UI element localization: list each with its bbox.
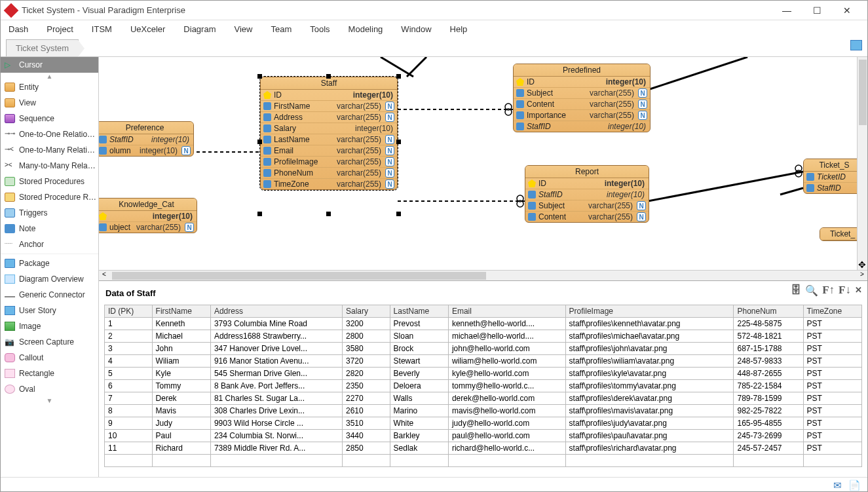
- entity-knowledge-cat[interactable]: Knowledge_Catinteger(10)ubjectvarchar(25…: [99, 198, 197, 233]
- tool-image[interactable]: Image: [1, 318, 98, 334]
- sort-desc-button[interactable]: F↓: [839, 284, 851, 297]
- tool-stored-procedures[interactable]: Stored Procedures: [1, 174, 98, 189]
- col-header[interactable]: TimeZone: [803, 305, 861, 318]
- pan-icon[interactable]: ✥: [857, 259, 867, 270]
- menu-dash[interactable]: Dash: [9, 24, 28, 34]
- tool-note[interactable]: Note: [1, 221, 98, 237]
- col-header[interactable]: Address: [210, 305, 342, 318]
- tool-sequence[interactable]: Sequence: [1, 111, 98, 126]
- tool-one-to-one[interactable]: ⊸⊸One-to-One Relatio…: [1, 126, 98, 142]
- table-row[interactable]: 6Tommy8 Bank Ave. Port Jeffers...2350Del…: [105, 380, 862, 392]
- col-header[interactable]: ID (PK): [105, 305, 153, 318]
- col-header[interactable]: Email: [448, 305, 565, 318]
- table-cell: Stewart: [390, 355, 448, 368]
- tool-rectangle[interactable]: Rectangle: [1, 366, 98, 381]
- table-cell: 2850: [342, 442, 390, 455]
- table-row[interactable]: 10Paul234 Columbia St. Norwi...3440Barkl…: [105, 430, 862, 442]
- col-header[interactable]: Salary: [342, 305, 390, 318]
- menu-diagram[interactable]: Diagram: [183, 24, 216, 34]
- menu-view[interactable]: View: [234, 24, 252, 34]
- table-row-empty[interactable]: [105, 455, 862, 467]
- table-row[interactable]: 3John347 Hanover Drive Lovel...3580Brock…: [105, 343, 862, 355]
- close-panel-button[interactable]: ✕: [855, 285, 862, 295]
- find-icon[interactable]: 🔍: [805, 284, 818, 297]
- triggers-icon: [5, 208, 15, 218]
- entity-report[interactable]: ReportIDinteger(10)StaffIDinteger(10)Sub…: [525, 165, 649, 223]
- menu-tools[interactable]: Tools: [310, 24, 330, 34]
- menu-window[interactable]: Window: [401, 24, 431, 34]
- table-row[interactable]: 5Kyle545 Sherman Drive Glen...2820Beverl…: [105, 368, 862, 380]
- col-header[interactable]: ProfileImage: [565, 305, 734, 318]
- menu-project[interactable]: Project: [47, 24, 73, 34]
- entity-column: StaffIDinteger(10): [525, 189, 649, 200]
- tool-package[interactable]: Package: [1, 255, 98, 271]
- menu-itsm[interactable]: ITSM: [92, 24, 112, 34]
- db-icon[interactable]: 🗄: [791, 284, 801, 296]
- table-cell: 3793 Columbia Mine Road: [210, 318, 342, 330]
- tool-many-to-many[interactable]: ><Many-to-Many Rela…: [1, 158, 98, 174]
- table-cell: 1: [105, 318, 153, 330]
- menu-uexceler[interactable]: UeXceler: [130, 24, 165, 34]
- collapse-up-icon[interactable]: ▲: [1, 73, 98, 79]
- nullable-badge: N: [638, 111, 647, 120]
- table-row[interactable]: 11Richard7389 Middle River Rd. A...2850S…: [105, 442, 862, 455]
- svg-point-6: [505, 109, 512, 115]
- collapse-down-icon[interactable]: ▼: [1, 397, 98, 404]
- col-header[interactable]: PhoneNum: [734, 305, 803, 318]
- canvas-vertical-scrollbar[interactable]: [857, 57, 867, 270]
- table-row[interactable]: 1Kenneth3793 Columbia Mine Road3200Prevo…: [105, 318, 862, 330]
- table-cell: 785-22-1584: [734, 380, 803, 392]
- table-cell: 2: [105, 330, 153, 343]
- doc-icon[interactable]: 📄: [848, 480, 861, 491]
- table-cell: Richard: [152, 442, 210, 455]
- tool-entity[interactable]: Entity: [1, 79, 98, 95]
- tab-ticket-system[interactable]: Ticket System: [6, 39, 79, 56]
- maximize-button[interactable]: ☐: [802, 1, 832, 20]
- tool-callout[interactable]: Callout: [1, 350, 98, 366]
- tool-oval[interactable]: Oval: [1, 381, 98, 397]
- entity-predefined[interactable]: PredefinedIDinteger(10)Subjectvarchar(25…: [513, 64, 651, 132]
- minimize-button[interactable]: —: [772, 1, 802, 20]
- table-cell: Barkley: [390, 430, 448, 442]
- table-cell: Deloera: [390, 380, 448, 392]
- menu-team[interactable]: Team: [271, 24, 292, 34]
- entity-preference[interactable]: PreferenceStaffIDinteger(10)olumninteger…: [99, 121, 194, 157]
- entity-column: StaffIDi: [804, 183, 865, 193]
- menu-modeling[interactable]: Modeling: [349, 24, 383, 34]
- tool-screen-capture[interactable]: Screen Capture: [1, 334, 98, 350]
- close-button[interactable]: ✕: [832, 1, 862, 20]
- table-row[interactable]: 7Derek81 Charles St. Sugar La...2270Wall…: [105, 392, 862, 405]
- entity-ticket-staff[interactable]: Ticket_STicketIDiStaffIDi: [803, 159, 865, 194]
- rectangle-icon: [5, 369, 15, 378]
- tool-stored-procedure-resultset[interactable]: Stored Procedure R…: [1, 189, 98, 205]
- tool-view[interactable]: View: [1, 95, 98, 111]
- data-table[interactable]: ID (PK)FirstNameAddressSalaryLastNameEma…: [104, 305, 862, 467]
- entity-staff[interactable]: StaffIDinteger(10)FirstNamevarchar(255)N…: [260, 77, 398, 190]
- menu-help[interactable]: Help: [450, 24, 468, 34]
- pk-icon: [528, 180, 536, 187]
- diagram-canvas[interactable]: PreferenceStaffIDinteger(10)olumninteger…: [99, 57, 867, 270]
- nullable-badge: N: [638, 100, 647, 109]
- pk-icon: [263, 91, 271, 99]
- sort-asc-button[interactable]: F↑: [822, 284, 835, 297]
- switch-layout-icon[interactable]: [850, 40, 862, 50]
- tool-cursor[interactable]: Cursor: [1, 57, 98, 73]
- tool-user-story[interactable]: User Story: [1, 303, 98, 318]
- table-row[interactable]: 9Judy9903 Wild Horse Circle ...3510White…: [105, 417, 862, 430]
- tool-anchor[interactable]: ┈┈Anchor: [1, 237, 98, 252]
- table-cell: 245-57-2457: [734, 442, 803, 455]
- table-row[interactable]: 8Mavis308 Charles Drive Lexin...2610Mari…: [105, 405, 862, 417]
- tool-one-to-many[interactable]: ⊸<One-to-Many Relati…: [1, 142, 98, 158]
- table-cell: Tommy: [152, 380, 210, 392]
- tool-triggers[interactable]: Triggers: [1, 205, 98, 221]
- table-row[interactable]: 2MichaelAddress1688 Strawberry...2800Slo…: [105, 330, 862, 343]
- canvas-horizontal-scrollbar[interactable]: < >: [99, 270, 867, 280]
- col-header[interactable]: FirstName: [152, 305, 210, 318]
- table-row[interactable]: 4Wiliam916 Manor Station Avenu...3720Ste…: [105, 355, 862, 368]
- tool-generic-connector[interactable]: Generic Connector: [1, 287, 98, 303]
- tool-diagram-overview[interactable]: Diagram Overview: [1, 271, 98, 287]
- column-icon: [516, 100, 524, 108]
- table-cell: 545 Sherman Drive Glen...: [210, 368, 342, 380]
- mail-icon[interactable]: ✉: [833, 480, 842, 491]
- col-header[interactable]: LastName: [390, 305, 448, 318]
